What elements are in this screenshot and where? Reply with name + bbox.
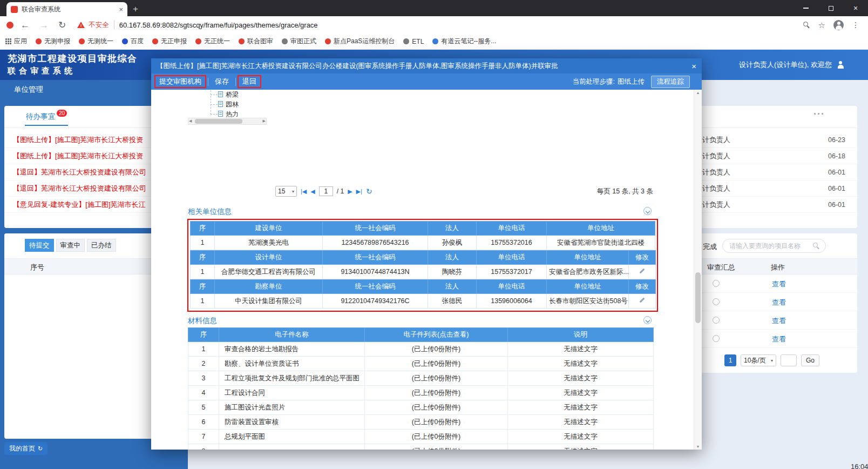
scroll-down-icon[interactable]: ▼ (694, 445, 702, 448)
view-link[interactable]: 查看 (772, 279, 786, 289)
bookmark-apps[interactable]: 应用 (5, 37, 27, 46)
close-button[interactable]: × (843, 0, 868, 16)
bookmark-item[interactable]: 无正统一 (195, 37, 230, 46)
todo-link[interactable]: 【意见回复-建筑专业】[施工图]芜湖市长江 (13, 197, 146, 213)
bookmark-item[interactable]: 无测统一 (79, 37, 113, 46)
collapse-chevron-icon[interactable] (643, 207, 652, 215)
view-link[interactable]: 查看 (772, 334, 786, 344)
view-link[interactable]: 查看 (772, 298, 786, 307)
material-row[interactable]: 3 工程立项批复文件及规划部门批准的总平面图 (已上传0份附件) 无描述文字 (188, 371, 654, 386)
bookmark-star-icon[interactable]: ☆ (818, 21, 825, 29)
cell-attachment-list[interactable]: (已上传0份附件) (365, 342, 508, 357)
scrollbar-thumb[interactable] (195, 119, 242, 124)
zoom-icon[interactable] (803, 22, 810, 29)
cell-attachment-list[interactable]: (已上传0份附件) (365, 357, 508, 371)
prev-page-icon[interactable]: ◀ (310, 189, 315, 195)
col-header-seq: 序号 (30, 263, 44, 272)
back-icon[interactable]: ← (21, 21, 30, 30)
tab-todo-items[interactable]: 待办事宜 20 (26, 112, 67, 122)
cell-attachment-list[interactable]: (已上传0份附件) (365, 430, 508, 444)
bookmark-label: 百度 (131, 37, 144, 46)
todo-link[interactable]: 【退回】芜湖市长江大桥投资建设有限公司 (13, 180, 146, 197)
bookmark-item[interactable]: 无正申报 (152, 37, 187, 46)
address-bar[interactable]: ! 不安全 60.167.58.69:8082/sgtscqy/frame/fu… (77, 17, 796, 32)
minimize-button[interactable] (794, 0, 818, 16)
submit-to-review-org-button[interactable]: 提交审图机构 (154, 75, 206, 88)
vertical-scrollbar[interactable]: ▲ ▼ (694, 90, 702, 450)
collapse-chevron-icon[interactable] (643, 316, 652, 324)
tab-under-review[interactable]: 审查中 (56, 239, 85, 252)
todo-link[interactable]: 【图纸上传】[施工图]芜湖市长江大桥投资 (13, 148, 143, 164)
reload-icon[interactable]: ↻ (58, 21, 66, 30)
first-page-icon[interactable]: |◀ (301, 189, 307, 195)
refresh-icon: ↻ (38, 445, 43, 452)
tab-pending-submit[interactable]: 待提交 (25, 239, 54, 252)
page-size-select[interactable]: 15 ▾ (275, 186, 297, 197)
security-label[interactable]: 不安全 (89, 21, 109, 30)
radio-button[interactable] (713, 335, 720, 342)
url-text[interactable]: 60.167.58.69:8082/sgtscqy/frame/fui/page… (119, 21, 318, 29)
page-number-button[interactable]: 1 (724, 354, 736, 366)
bookmark-item[interactable]: 百度 (122, 37, 144, 46)
view-link[interactable]: 查看 (772, 316, 786, 326)
goto-page-input[interactable] (781, 354, 797, 366)
last-page-icon[interactable]: ▶| (356, 189, 362, 195)
material-row[interactable]: 1 审查合格的岩土地勘报告 (已上传0份附件) 无描述文字 (188, 342, 654, 357)
radio-button[interactable] (713, 280, 720, 287)
scroll-up-icon[interactable]: ▲ (694, 91, 702, 95)
new-tab-button[interactable]: + (133, 4, 138, 14)
forward-icon[interactable]: → (39, 21, 49, 30)
cell-attachment-list[interactable]: (已上传0份附件) (365, 386, 508, 400)
material-row[interactable]: 2 勘察、设计单位资质证书 (已上传0份附件) 无描述文字 (188, 357, 654, 371)
scroll-right-icon[interactable]: ▶ (263, 119, 266, 123)
return-button[interactable]: 退回 (238, 75, 261, 88)
refresh-icon[interactable]: ↻ (366, 187, 372, 195)
process-trace-button[interactable]: 流程追踪 (651, 76, 690, 88)
page-input[interactable]: 1 (319, 186, 333, 196)
bookmark-item[interactable]: 有道云笔记--服务... (432, 37, 496, 46)
maximize-button[interactable] (818, 0, 843, 16)
project-search[interactable] (722, 239, 826, 253)
material-row[interactable]: 5 施工图设计光盘照片 (已上传0份附件) 无描述文字 (188, 400, 654, 415)
search-icon[interactable] (813, 243, 820, 250)
horizontal-scrollbar[interactable]: ◀ ▶ (188, 118, 267, 125)
cell-attachment-list[interactable]: (已上传0份附件) (365, 444, 508, 450)
next-page-icon[interactable]: ▶ (348, 189, 352, 195)
material-row[interactable]: 7 总规划平面图 (已上传0份附件) 无描述文字 (188, 430, 654, 444)
bookmark-item[interactable]: ETL (403, 38, 424, 45)
cell-attachment-list[interactable]: (已上传0份附件) (365, 400, 508, 415)
tab-completed[interactable]: 已办结 (87, 239, 116, 252)
my-home-button[interactable]: 我的首页 ↻ (4, 442, 48, 455)
radio-button[interactable] (713, 317, 720, 324)
scrollbar-thumb[interactable] (695, 272, 701, 323)
material-row[interactable]: 6 防雷装置设置审核 (已上传0份附件) 无描述文字 (188, 415, 654, 430)
scroll-left-icon[interactable]: ◀ (189, 119, 192, 123)
browser-tab[interactable]: 联合审查系统 × (6, 2, 127, 16)
bookmark-item[interactable]: 联合图审 (239, 37, 273, 46)
radio-button[interactable] (713, 298, 720, 305)
divider (208, 78, 208, 86)
profile-avatar[interactable] (833, 20, 844, 30)
cell-attachment-list[interactable]: (已上传0份附件) (365, 371, 508, 386)
menu-icon[interactable]: ⋮ (852, 21, 859, 29)
material-row[interactable]: 4 工程设计合同 (已上传0份附件) 无描述文字 (188, 386, 654, 400)
todo-link[interactable]: 【退回】芜湖市长江大桥投资建设有限公司 (13, 164, 146, 180)
material-row[interactable]: 8 (已上传0份附件) 无描述文字 (188, 444, 654, 450)
sidebar-item-unit-management[interactable]: 单位管理 (14, 85, 43, 95)
cell-attachment-list[interactable]: (已上传0份附件) (365, 415, 508, 430)
save-button[interactable]: 保存 (210, 75, 234, 88)
dialog-close-icon[interactable]: × (691, 62, 696, 70)
bookmark-item[interactable]: 审图正式 (282, 37, 316, 46)
tab-close-icon[interactable]: × (119, 6, 123, 13)
bookmark-label: 无正统一 (204, 37, 230, 46)
tree-node[interactable]: 园林 (207, 99, 239, 109)
search-input[interactable] (728, 242, 813, 250)
more-menu-icon[interactable]: ... (813, 106, 825, 117)
tree-node[interactable]: 桥梁 (207, 90, 239, 99)
user-icon[interactable] (836, 61, 844, 69)
page-size-select[interactable]: 10条/页 ▾ (741, 354, 776, 366)
todo-link[interactable]: 【图纸上传】[施工图]芜湖市长江大桥投资 (13, 132, 143, 148)
go-button[interactable]: Go (801, 354, 819, 366)
bookmark-item[interactable]: 新点PaaS运维控制台 (325, 37, 395, 46)
bookmark-item[interactable]: 无测申报 (36, 37, 70, 46)
